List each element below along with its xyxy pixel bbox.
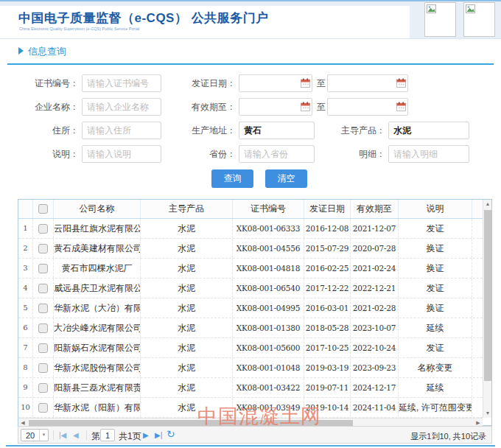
row-checkbox[interactable]	[38, 224, 48, 234]
cell-empty	[472, 318, 483, 337]
address-label: 住所：	[20, 122, 79, 139]
cell-product: 水泥	[141, 358, 233, 377]
current-page-input[interactable]	[100, 429, 115, 441]
row-checkbox[interactable]	[38, 284, 48, 293]
next-page-icon[interactable]: ▶	[143, 430, 149, 441]
cell-product: 水泥	[141, 318, 233, 337]
cell-product: 水泥	[141, 338, 233, 357]
pagination-bar: 20 ▼ |◀ ◀ 第 共1页 ▶ ▶| ↻ 显示1到10, 共10记录	[18, 426, 492, 444]
cell-company: 阳新娲石水泥有限公司	[54, 338, 141, 357]
cell-empty	[472, 279, 483, 298]
row-number: 6	[18, 318, 33, 337]
table-row: 3黄石市四棵水泥厂水泥XK08-001-048182016-02-252021-…	[18, 259, 483, 279]
scroll-up-icon[interactable]: ▲	[483, 200, 492, 209]
header-company: 公司名称	[54, 200, 141, 218]
cert-no-label: 证书编号：	[20, 74, 79, 92]
caret-down-icon: ▼	[39, 430, 48, 441]
cell-issue-date: 2019-03-19	[304, 358, 351, 377]
last-page-icon[interactable]: ▶|	[155, 430, 162, 441]
cell-note: 延续	[399, 378, 472, 397]
tab-info-query[interactable]: 信息查询	[18, 45, 66, 57]
calendar-icon[interactable]	[396, 102, 406, 111]
horizontal-scroll-thumb[interactable]	[29, 420, 353, 426]
valid-date-from-field	[239, 98, 312, 116]
cell-issue-date: 2016-03-01	[304, 298, 351, 318]
section-arrow-icon	[18, 47, 24, 55]
first-page-icon[interactable]: |◀	[59, 430, 66, 441]
total-pages-label: 共1页	[119, 430, 141, 443]
header-issue-date: 发证日期	[304, 200, 351, 218]
pager-divider	[86, 430, 87, 440]
calendar-icon[interactable]	[301, 78, 310, 88]
detail-input[interactable]	[388, 145, 469, 163]
cell-company: 华新水泥（阳新）有限公司	[54, 398, 141, 417]
calendar-icon[interactable]	[301, 102, 310, 111]
header-note: 说明	[399, 200, 472, 218]
province-input[interactable]	[239, 145, 315, 163]
header-checkbox-cell	[33, 200, 54, 218]
row-checkbox[interactable]	[38, 363, 48, 373]
vertical-scroll-thumb[interactable]	[484, 210, 491, 381]
cell-issue-date: 2017-10-25	[304, 338, 351, 357]
company-input[interactable]	[82, 98, 161, 116]
cell-empty	[472, 378, 483, 397]
cell-note: 换证	[399, 298, 472, 318]
vertical-scrollbar[interactable]: ▲ ▼	[483, 200, 491, 418]
row-checkbox[interactable]	[38, 403, 48, 413]
cell-empty	[472, 219, 483, 238]
page-subtitle: China Electronic Quality Supervision (e-…	[19, 27, 139, 31]
main-product-input[interactable]	[388, 122, 469, 139]
cert-no-input[interactable]	[82, 74, 161, 92]
page: 中国电子质量监督（e-CQS） 公共服务门户 China Electronic …	[0, 0, 501, 448]
broken-image-icon	[466, 4, 475, 13]
bottom-border	[6, 445, 495, 447]
table-row: 6大冶尖峰水泥有限公司水泥XK08-001-013802018-05-28202…	[18, 318, 483, 338]
query-button[interactable]: 查询	[211, 169, 253, 188]
section-title: 信息查询	[28, 46, 66, 57]
valid-date-to-field	[327, 98, 408, 116]
row-number: 7	[18, 338, 33, 357]
cell-valid-date: 2021-02-28	[351, 298, 399, 318]
page-size-select[interactable]: 20 ▼	[21, 429, 49, 441]
cell-note: 换证	[399, 239, 472, 258]
cell-company: 大冶尖峰水泥有限公司	[54, 318, 141, 337]
row-number: 10	[18, 398, 33, 417]
cell-note: 换证	[399, 259, 472, 278]
cell-issue-date: 2019-10-14	[304, 398, 351, 417]
cell-cert-no: XK08-001-06540	[233, 279, 304, 298]
cell-empty	[472, 398, 483, 417]
cell-cert-no: XK08-001-04818	[233, 259, 304, 278]
refresh-icon[interactable]: ↻	[167, 428, 175, 440]
prev-page-icon[interactable]: ◀	[73, 430, 79, 441]
row-checkbox-cell	[33, 219, 54, 238]
page-size-value: 20	[26, 431, 35, 440]
clear-button[interactable]: 清空	[265, 169, 307, 188]
row-checkbox[interactable]	[38, 383, 48, 393]
row-checkbox[interactable]	[38, 244, 48, 253]
cell-empty	[472, 259, 483, 278]
row-checkbox[interactable]	[38, 343, 48, 353]
select-all-checkbox[interactable]	[38, 204, 48, 214]
row-checkbox[interactable]	[38, 323, 48, 333]
table-row: 4威远县庆卫水泥有限公司水泥XK08-001-065402017-12-2220…	[18, 279, 483, 298]
row-checkbox[interactable]	[38, 264, 48, 273]
table-header: 公司名称 主导产品 证书编号 发证日期 有效期至 说明	[18, 200, 483, 219]
main-product-label: 主导产品：	[326, 122, 385, 139]
pager-divider	[53, 430, 54, 440]
cell-issue-date: 2016-02-25	[304, 259, 351, 278]
cell-cert-no: XK08-001-03949	[233, 398, 304, 417]
row-number: 2	[18, 239, 33, 258]
note-input[interactable]	[82, 145, 161, 163]
cell-cert-no: XK08-001-01380	[233, 318, 304, 337]
cell-cert-no: XK08-001-04995	[233, 298, 304, 318]
cell-cert-no: XK08-001-06333	[233, 219, 304, 238]
row-checkbox[interactable]	[38, 304, 48, 313]
calendar-icon[interactable]	[396, 78, 406, 88]
scroll-down-icon[interactable]: ▼	[483, 409, 492, 418]
cell-valid-date: 2021-02-24	[351, 259, 399, 278]
address-input[interactable]	[82, 122, 161, 139]
cell-product: 水泥	[141, 398, 233, 417]
prod-address-input[interactable]	[239, 122, 315, 139]
cell-empty	[472, 358, 483, 377]
broken-image-box	[424, 2, 456, 37]
